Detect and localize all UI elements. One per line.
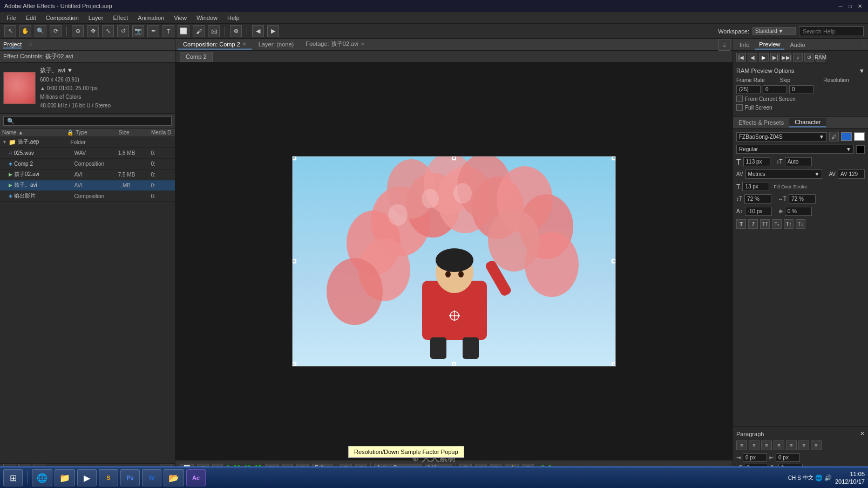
zoom-tool[interactable]: 🔍 <box>35 25 46 37</box>
audio-tab[interactable]: Audio <box>785 40 809 49</box>
taskbar-word[interactable]: W <box>142 469 161 486</box>
tracking-value[interactable]: AV 129 <box>838 170 865 179</box>
skip-value[interactable]: 0 <box>763 85 787 93</box>
viewer-tab-comp[interactable]: Composition: Comp 2 ✕ <box>178 40 252 50</box>
auto-leading-value[interactable]: Auto <box>785 157 812 166</box>
stroke-color-box[interactable] <box>854 132 865 141</box>
horiz-scale-value[interactable]: 72 % <box>789 194 816 204</box>
style-bold[interactable]: T <box>736 219 746 229</box>
selection-tool[interactable]: ↖ <box>4 25 16 37</box>
search-help-input[interactable] <box>799 26 864 36</box>
taskbar-media[interactable]: ▶ <box>77 469 97 486</box>
prev-frame-btn[interactable]: ◀ <box>748 53 757 62</box>
table-row[interactable]: ▼ 📁 孩子.aep Folder <box>0 137 175 148</box>
menu-effect[interactable]: Effect <box>109 13 132 22</box>
menu-composition[interactable]: Composition <box>42 13 83 22</box>
last-frame-btn[interactable]: ▶▶| <box>782 53 791 62</box>
clone-tool[interactable]: 🖂 <box>208 25 220 37</box>
indent-right-value[interactable] <box>776 453 800 462</box>
handle-tl[interactable] <box>292 156 296 160</box>
menu-edit[interactable]: Edit <box>22 13 40 22</box>
handle-lm[interactable] <box>292 259 296 263</box>
handle-rm[interactable] <box>612 259 616 263</box>
viewer-tab-layer[interactable]: Layer: (none) <box>253 40 299 50</box>
next-frame-btn[interactable]: ▶| <box>770 53 780 62</box>
align-justify-all[interactable]: ≡ <box>811 440 822 450</box>
style-super[interactable]: T↑ <box>784 219 794 229</box>
close-comp-tab[interactable]: ✕ <box>242 42 247 47</box>
anchor-tool[interactable]: ⊕ <box>72 25 84 37</box>
trans-color-box[interactable] <box>856 145 865 154</box>
viewer-options[interactable]: ≡ <box>718 39 730 51</box>
style-all-caps[interactable]: TT <box>760 219 770 229</box>
audio-btn[interactable]: ♪ <box>793 53 803 62</box>
style-sub[interactable]: T↓ <box>796 219 805 229</box>
table-row[interactable]: ♫ 025.wav WAV 1.8 MB 0: <box>0 148 175 159</box>
ec-options[interactable]: ≡ <box>168 53 172 60</box>
menu-animation[interactable]: Animation <box>133 13 168 22</box>
taskbar-explorer[interactable]: 📁 <box>55 469 75 486</box>
metrics-dropdown[interactable]: Metrics▼ <box>745 170 823 179</box>
menu-help[interactable]: Help <box>223 13 244 22</box>
handle-tm[interactable] <box>452 156 456 160</box>
scale-tool[interactable]: ⤡ <box>102 25 114 37</box>
camera-tool[interactable]: 📷 <box>132 25 144 37</box>
menu-file[interactable]: File <box>2 13 21 22</box>
right-panel-menu[interactable]: ≡ <box>863 42 866 48</box>
shape-tool[interactable]: ⬜ <box>178 25 189 37</box>
style-small-caps[interactable]: Tᵧ <box>772 219 782 229</box>
table-row[interactable]: ◈ Comp 2 Composition 0: <box>0 159 175 170</box>
project-tab[interactable]: Project <box>3 41 22 49</box>
table-row[interactable]: ◈ 输出影片 Composition 0: <box>0 191 175 202</box>
fill-color-box[interactable] <box>841 132 852 141</box>
preview-tab[interactable]: Preview <box>755 40 784 50</box>
first-frame-btn[interactable]: |◀ <box>736 53 746 62</box>
align-justify-center[interactable]: ≡ <box>786 440 797 450</box>
ram-options-arrow[interactable]: ▼ <box>859 67 865 74</box>
taskbar-storyboard[interactable]: S <box>99 469 118 486</box>
font-size-value[interactable]: 113 px <box>743 157 770 166</box>
align-center[interactable]: ≡ <box>749 440 760 450</box>
orbit-tool[interactable]: ⟳ <box>50 25 62 37</box>
ram-preview-btn[interactable]: RAM <box>816 53 825 62</box>
indent-left-value[interactable] <box>743 453 767 462</box>
handle-tr[interactable] <box>612 156 616 160</box>
vert-scale-value[interactable]: 72 % <box>744 194 771 204</box>
play-btn[interactable]: ▶ <box>759 53 769 62</box>
taskbar-ae[interactable]: Ae <box>186 469 206 486</box>
menu-window[interactable]: Window <box>192 13 222 22</box>
align-justify-left[interactable]: ≡ <box>774 440 784 450</box>
handle-bm[interactable] <box>452 362 456 367</box>
taskbar-ie[interactable]: 🌐 <box>32 469 52 486</box>
handle-br[interactable] <box>612 362 616 367</box>
character-tab[interactable]: Character <box>789 118 826 127</box>
puppet-tool[interactable]: ⊛ <box>230 25 242 37</box>
effects-presets-tab[interactable]: Effects & Presets <box>733 118 789 127</box>
close-footage-tab[interactable]: ✕ <box>361 42 365 47</box>
start-button[interactable]: ⊞ <box>3 469 23 486</box>
minimize-button[interactable]: ─ <box>837 2 844 10</box>
font-style-dropdown[interactable]: Regular ▼ <box>736 145 854 154</box>
font-color-eyedropper[interactable]: 🖊 <box>829 132 839 141</box>
tsukimi-value[interactable]: 0 % <box>785 207 812 216</box>
align-left[interactable]: ≡ <box>736 440 747 450</box>
menu-layer[interactable]: Layer <box>84 13 108 22</box>
resolution-rp-value[interactable]: 0 <box>789 85 813 93</box>
menu-view[interactable]: View <box>169 13 191 22</box>
align-justify-right[interactable]: ≡ <box>798 440 809 450</box>
pen-tool[interactable]: ✒ <box>147 25 159 37</box>
rotation-tool[interactable]: ↺ <box>117 25 129 37</box>
maximize-button[interactable]: □ <box>846 2 854 10</box>
handle-bl[interactable] <box>292 362 296 367</box>
extra-tool1[interactable]: ◀ <box>252 25 264 37</box>
style-italic[interactable]: T <box>748 219 758 229</box>
hand-tool[interactable]: ✋ <box>19 25 31 37</box>
close-button[interactable]: ✕ <box>856 2 864 10</box>
full-screen-check[interactable] <box>736 104 743 111</box>
table-row[interactable]: ▶ 孩子02.avi AVI 7.5 MB 0: <box>0 170 175 180</box>
frame-rate-value[interactable]: (25) <box>736 85 761 93</box>
breadcrumb-comp2[interactable]: Comp 2 <box>180 52 213 62</box>
workspace-dropdown[interactable]: Standard▼ <box>752 27 796 35</box>
taskbar-photoshop[interactable]: Ps <box>120 469 140 486</box>
paint-tool[interactable]: 🖌 <box>193 25 205 37</box>
